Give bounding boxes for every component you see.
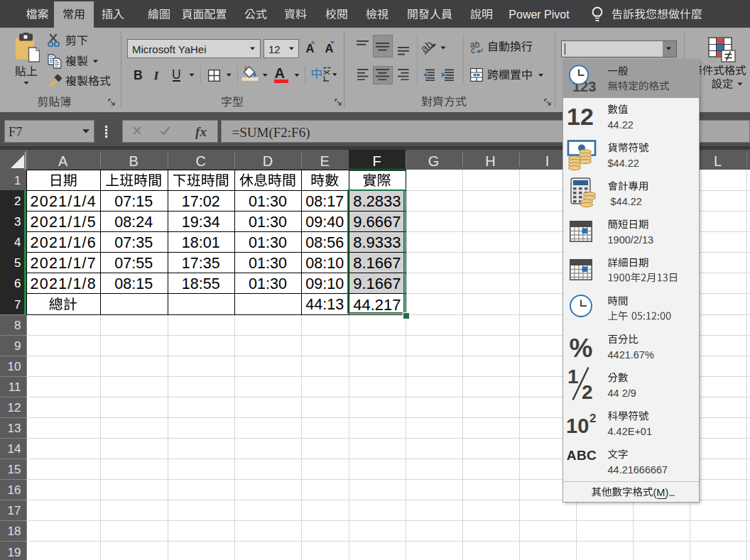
svg-text:c: c: [471, 45, 475, 54]
svg-text:1: 1: [567, 366, 579, 388]
svg-text:2: 2: [582, 381, 593, 401]
